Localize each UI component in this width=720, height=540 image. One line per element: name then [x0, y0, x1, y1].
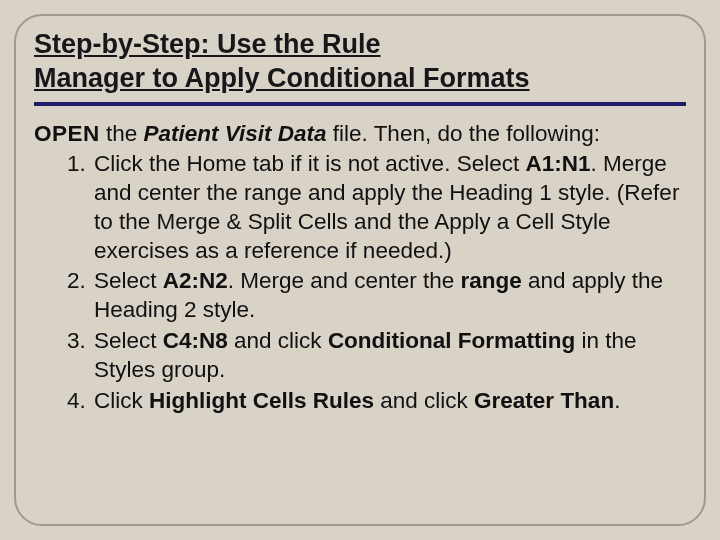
title-underline [34, 102, 686, 106]
step3-cmd: Conditional Formatting [328, 328, 575, 353]
step2-rangeword: range [460, 268, 521, 293]
step2-range: A2:N2 [163, 268, 228, 293]
step-2: Select A2:N2. Merge and center the range… [92, 267, 686, 325]
step-3: Select C4:N8 and click Conditional Forma… [92, 327, 686, 385]
step2-t2: . Merge and center the [228, 268, 461, 293]
step3-range: C4:N8 [163, 328, 228, 353]
step4-cmd1: Highlight Cells Rules [149, 388, 374, 413]
slide-title: Step-by-Step: Use the Rule Manager to Ap… [34, 28, 686, 102]
step2-t1: Select [94, 268, 163, 293]
step4-t2: and click [374, 388, 474, 413]
step4-cmd2: Greater Than [474, 388, 614, 413]
intro-line: OPEN the Patient Visit Data file. Then, … [34, 120, 686, 149]
step1-t1: Click the Home tab if it is not active. … [94, 151, 525, 176]
file-name: Patient Visit Data [144, 121, 327, 146]
intro-t1: the [100, 121, 144, 146]
step4-t3: . [614, 388, 620, 413]
steps-list: Click the Home tab if it is not active. … [34, 150, 686, 415]
slide-content: Step-by-Step: Use the Rule Manager to Ap… [34, 28, 686, 417]
step3-t1: Select [94, 328, 163, 353]
step-4: Click Highlight Cells Rules and click Gr… [92, 387, 686, 416]
step1-range: A1:N1 [525, 151, 590, 176]
step4-t1: Click [94, 388, 149, 413]
step-1: Click the Home tab if it is not active. … [92, 150, 686, 265]
open-word: OPEN [34, 121, 100, 146]
title-line1: Step-by-Step: Use the Rule [34, 29, 381, 59]
step3-t2: and click [228, 328, 328, 353]
intro-t2: file. Then, do the following: [327, 121, 601, 146]
title-line2: Manager to Apply Conditional Formats [34, 63, 530, 93]
